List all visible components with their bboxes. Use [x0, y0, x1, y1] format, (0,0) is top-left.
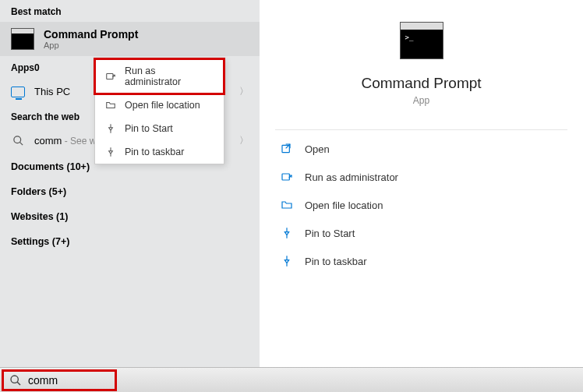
best-match-header: Best match — [0, 0, 260, 22]
pin-taskbar-icon — [104, 147, 117, 157]
open-label: Open — [305, 143, 330, 155]
pin-taskbar-label: Pin to taskbar — [305, 256, 367, 267]
pin-to-start-action[interactable]: Pin to Start — [275, 219, 567, 247]
pin-start-label: Pin to Start — [305, 228, 355, 239]
actions-list: Open Run as administrator Open file loca… — [260, 129, 583, 275]
command-prompt-icon — [400, 22, 443, 59]
ctx-pin-taskbar-label: Pin to taskbar — [125, 147, 184, 157]
ctx-run-admin-label: Run as administrator — [125, 65, 214, 87]
folders-category[interactable]: Folders (5+) — [0, 179, 260, 204]
search-bar[interactable] — [0, 367, 583, 392]
svg-point-0 — [13, 136, 20, 143]
folder-icon — [280, 199, 294, 211]
search-icon — [9, 374, 22, 387]
right-details-panel: Command Prompt App Open Run as administr… — [260, 0, 583, 367]
command-prompt-icon — [11, 28, 34, 50]
folder-icon — [104, 100, 117, 111]
best-match-title: Command Prompt — [44, 28, 138, 41]
ctx-run-as-admin[interactable]: Run as administrator — [95, 59, 224, 94]
open-action[interactable]: Open — [275, 135, 567, 163]
svg-point-5 — [11, 376, 18, 383]
best-match-subtitle: App — [44, 41, 138, 50]
best-match-text: Command Prompt App — [44, 28, 138, 50]
pin-start-icon — [104, 123, 117, 134]
chevron-right-icon: 〉 — [239, 134, 249, 147]
open-loc-label: Open file location — [305, 200, 383, 211]
pc-icon — [11, 87, 25, 97]
this-pc-label: This PC — [34, 86, 70, 97]
admin-icon — [280, 171, 294, 183]
divider — [275, 129, 567, 130]
pin-start-icon — [280, 227, 294, 239]
svg-rect-2 — [107, 74, 113, 79]
best-match-item[interactable]: Command Prompt App — [0, 22, 260, 56]
run-as-admin-action[interactable]: Run as administrator — [275, 163, 567, 191]
ctx-pin-to-start[interactable]: Pin to Start — [95, 117, 224, 140]
admin-icon — [104, 71, 117, 82]
ctx-pin-to-taskbar[interactable]: Pin to taskbar — [95, 140, 224, 164]
search-input[interactable] — [28, 374, 578, 387]
ctx-open-file-location[interactable]: Open file location — [95, 94, 224, 117]
svg-line-6 — [17, 382, 20, 385]
context-menu: Run as administrator Open file location … — [94, 58, 224, 164]
websites-category[interactable]: Websites (1) — [0, 204, 260, 229]
chevron-right-icon: 〉 — [239, 85, 249, 98]
ctx-pin-start-label: Pin to Start — [125, 123, 173, 134]
app-title: Command Prompt — [361, 75, 481, 92]
run-admin-label: Run as administrator — [305, 171, 398, 183]
pin-taskbar-icon — [280, 255, 294, 267]
left-results-panel: Best match Command Prompt App Apps0 This… — [0, 0, 260, 367]
search-icon — [11, 135, 25, 147]
svg-rect-4 — [282, 174, 289, 180]
settings-category[interactable]: Settings (7+) — [0, 229, 260, 254]
open-icon — [280, 143, 294, 155]
ctx-open-loc-label: Open file location — [125, 100, 200, 111]
open-file-location-action[interactable]: Open file location — [275, 191, 567, 219]
app-subtitle: App — [413, 95, 429, 106]
svg-line-1 — [19, 142, 23, 145]
pin-to-taskbar-action[interactable]: Pin to taskbar — [275, 247, 567, 275]
